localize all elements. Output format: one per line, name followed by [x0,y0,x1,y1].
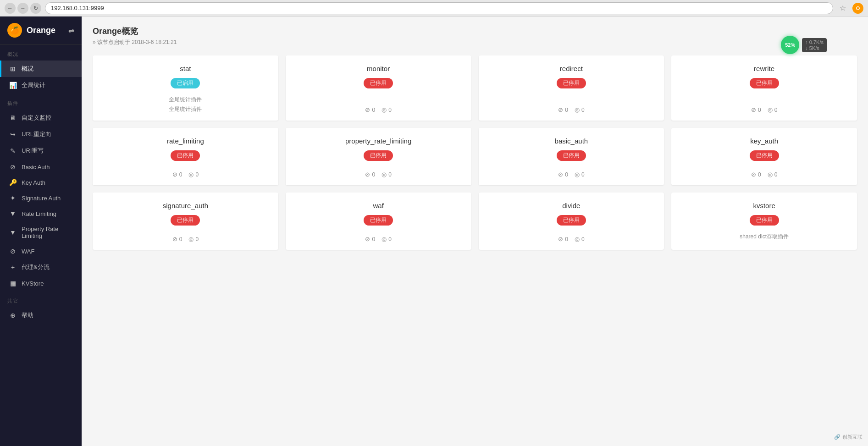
browser-nav: ← → ↻ [5,3,41,14]
plugin-card-rate_limiting[interactable]: rate_limiting 已停用 ⊘ 0 ◎ 0 [93,128,278,185]
plugin-name: rewrite [754,65,774,72]
api-stat: ⊘ 0 [365,171,375,178]
sidebar-item-help[interactable]: ⊕ 帮助 [0,307,82,324]
service-count: 0 [581,107,585,113]
service-count: 0 [195,236,199,242]
sidebar-item-label: Basic Auth [22,164,50,171]
forward-button[interactable]: → [17,3,28,14]
service-icon: ◎ [381,236,387,242]
plugin-card-divide[interactable]: divide 已停用 ⊘ 0 ◎ 0 [479,193,664,250]
service-icon: ◎ [188,171,194,178]
proxy-icon: + [9,264,17,271]
plugin-card-monitor[interactable]: monitor 已停用 ⊘ 0 ◎ 0 [286,55,471,121]
plugin-stats: ⊘ 0 ◎ 0 [365,166,391,178]
plugin-card-signature_auth[interactable]: signature_auth 已停用 ⊘ 0 ◎ 0 [93,193,278,250]
plugin-card-key_auth[interactable]: key_auth 已停用 ⊘ 0 ◎ 0 [671,128,857,185]
plugin-status-badge: 已停用 [750,215,779,226]
plugin-name: waf [373,202,383,209]
sidebar-item-label: Rate Limiting [22,210,56,217]
plugin-status-badge: 已停用 [557,78,586,88]
api-count: 0 [565,107,568,113]
sidebar-item-label: KVStore [22,280,44,287]
api-icon: ⊘ [751,106,756,113]
rewrite-icon: ✎ [9,147,17,154]
rate-limiting-icon: ▼ [9,210,17,217]
kvstore-icon: ▦ [9,280,17,287]
api-stat: ⊘ 0 [751,106,761,113]
sidebar-item-property-rate-limiting[interactable]: ▼ Property Rate Limiting [0,221,82,243]
url-text: 192.168.0.131:9999 [51,5,104,11]
sidebar-item-url-redirect[interactable]: ↪ URL重定向 [0,126,82,143]
plugin-card-redirect[interactable]: redirect 已停用 ⊘ 0 ◎ 0 [479,55,664,121]
sidebar-item-label: Signature Auth [22,195,61,202]
sidebar-item-basic-auth[interactable]: ⊘ Basic Auth [0,159,82,175]
network-up: ↑ 0.7K/s [805,39,824,45]
plugin-stats: ⊘ 0 ◎ 0 [365,231,391,242]
plugin-name: stat [180,65,191,72]
service-count: 0 [195,171,199,178]
logo-icon: 🍊 [7,23,22,38]
plugin-stats: ⊘ 0 ◎ 0 [365,102,391,113]
browser-avatar: O [852,3,863,14]
sidebar-item-rate-limiting[interactable]: ▼ Rate Limiting [0,206,82,221]
plugin-card-basic_auth[interactable]: basic_auth 已停用 ⊘ 0 ◎ 0 [479,128,664,185]
plugin-card-kvstore[interactable]: kvstore 已停用 shared dict存取插件 [671,193,857,250]
plugin-name: rate_limiting [167,137,204,145]
api-icon: ⊘ [172,236,177,242]
plugin-card-stat[interactable]: stat 已启用 全尾统计插件 全尾统计插件 [93,55,278,121]
api-count: 0 [179,171,182,178]
sidebar-item-global-stats[interactable]: 📊 全局统计 [0,77,82,94]
sidebar-item-waf[interactable]: ⊘ WAF [0,243,82,259]
property-rate-limiting-icon: ▼ [9,229,17,236]
sidebar-item-proxy-divider[interactable]: + 代理&分流 [0,259,82,275]
plugin-description: shared dict存取插件 [740,233,789,241]
service-stat: ◎ 0 [188,236,199,242]
sidebar-item-key-auth[interactable]: 🔑 Key Auth [0,175,82,190]
plugin-card-property_rate_limiting[interactable]: property_rate_limiting 已停用 ⊘ 0 ◎ 0 [286,128,471,185]
sidebar-item-overview[interactable]: ⊞ 概况 [0,61,82,77]
plugin-card-waf[interactable]: waf 已停用 ⊘ 0 ◎ 0 [286,193,471,250]
bookmark-icon[interactable]: ☆ [840,4,846,12]
api-count: 0 [372,171,375,178]
sidebar-item-signature-auth[interactable]: ✦ Signature Auth [0,190,82,206]
service-stat: ◎ 0 [575,106,585,113]
monitor-icon: 🖥 [9,114,17,121]
service-icon: ◎ [575,236,580,242]
api-stat: ⊘ 0 [751,171,761,178]
plugin-card-rewrite[interactable]: rewrite 已停用 ⊘ 0 ◎ 0 [671,55,857,121]
sidebar-item-label: WAF [22,248,34,255]
main-content: Orange概览 » 该节点启动于 2018-3-6 18:21:21 stat… [82,17,868,446]
app-layout: 🍊 Orange ⇌ 概况 ⊞ 概况 📊 全局统计 插件 🖥 自定义监控 ↪ U… [0,17,868,446]
refresh-button[interactable]: ↻ [30,3,41,14]
plugin-status-badge: 已停用 [557,150,586,161]
sidebar-item-custom-monitor[interactable]: 🖥 自定义监控 [0,110,82,126]
address-bar[interactable]: 192.168.0.131:9999 [45,2,833,14]
service-count: 0 [388,107,392,113]
sidebar-item-label: 帮助 [22,311,33,319]
service-icon: ◎ [575,171,580,178]
plugin-description: 全尾统计插件 [169,96,202,104]
back-button[interactable]: ← [5,3,16,14]
api-count: 0 [179,236,182,242]
plugin-name: property_rate_limiting [345,137,411,145]
plugin-name: basic_auth [555,137,588,145]
sidebar-toggle[interactable]: ⇌ [68,26,74,35]
api-stat: ⊘ 0 [172,171,182,178]
plugin-stats: ⊘ 0 ◎ 0 [751,166,777,178]
api-icon: ⊘ [172,171,177,178]
api-count: 0 [758,107,761,113]
key-auth-icon: 🔑 [9,179,17,186]
plugin-description: 全尾统计插件 [169,105,202,113]
plugin-stats: ⊘ 0 ◎ 0 [172,166,199,178]
api-stat: ⊘ 0 [558,106,568,113]
section-label-overview: 概况 [0,44,82,61]
sidebar-item-uri-rewrite[interactable]: ✎ URI重写 [0,143,82,159]
plugin-status-badge: 已停用 [364,215,393,226]
plugin-name: monitor [367,65,390,72]
watermark: 🔗 创新互联 [834,434,862,440]
waf-icon: ⊘ [9,248,17,255]
plugin-status-badge: 已停用 [171,150,200,161]
sidebar-item-kvstore[interactable]: ▦ KVStore [0,275,82,291]
section-label-other: 其它 [0,291,82,307]
api-count: 0 [372,236,375,242]
